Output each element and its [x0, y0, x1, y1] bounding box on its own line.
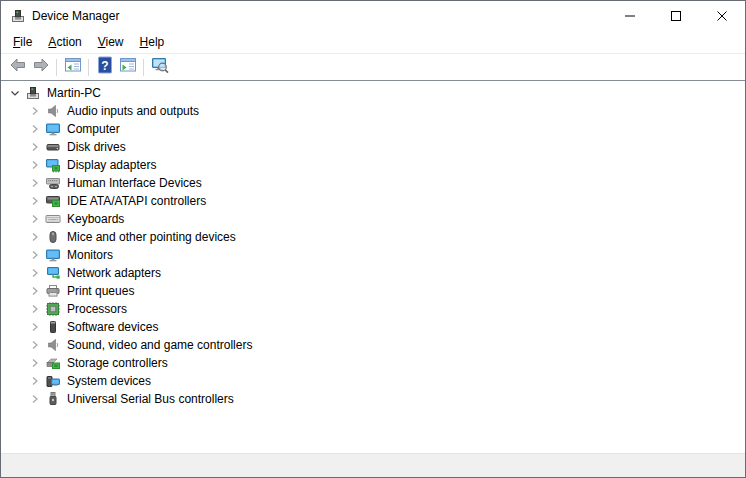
chevron-down-icon[interactable] — [7, 85, 23, 101]
chevron-right-icon[interactable] — [27, 103, 43, 119]
tree-item-label: Computer — [67, 122, 120, 136]
menu-item-action[interactable]: Action — [40, 32, 89, 52]
tree-item-disk-drives[interactable]: Disk drives — [1, 138, 745, 156]
network-adapter-icon — [45, 265, 61, 281]
audio-device-icon — [45, 103, 61, 119]
minimize-icon — [625, 7, 635, 25]
tree-item-universal-serial-bus-controllers[interactable]: Universal Serial Bus controllers — [1, 390, 745, 408]
scan-hardware-changes-button[interactable] — [148, 56, 171, 78]
menu-item-view[interactable]: View — [90, 32, 132, 52]
disk-drive-icon — [45, 139, 61, 155]
chevron-right-icon[interactable] — [27, 229, 43, 245]
tree-item-print-queues[interactable]: Print queues — [1, 282, 745, 300]
chevron-right-icon[interactable] — [27, 175, 43, 191]
back-arrow-icon — [8, 55, 28, 79]
tree-item-label: Audio inputs and outputs — [67, 104, 199, 118]
tree-item-system-devices[interactable]: System devices — [1, 372, 745, 390]
monitor-icon — [45, 121, 61, 137]
show-console-tree-icon — [63, 55, 83, 79]
tree-item-audio-inputs-and-outputs[interactable]: Audio inputs and outputs — [1, 102, 745, 120]
tree-item-label: Martin-PC — [47, 86, 101, 100]
tree-item-keyboards[interactable]: Keyboards — [1, 210, 745, 228]
tree-item-label: Network adapters — [67, 266, 161, 280]
ide-controller-icon — [45, 193, 61, 209]
tree-item-processors[interactable]: Processors — [1, 300, 745, 318]
scan-hardware-changes-icon — [150, 55, 170, 79]
chevron-right-icon[interactable] — [27, 355, 43, 371]
chevron-right-icon[interactable] — [27, 139, 43, 155]
tree-item-label: Storage controllers — [67, 356, 168, 370]
close-icon — [717, 7, 727, 25]
minimize-button[interactable] — [607, 1, 653, 31]
hid-icon — [45, 175, 61, 191]
tree-item-label: Universal Serial Bus controllers — [67, 392, 234, 406]
chevron-right-icon[interactable] — [27, 211, 43, 227]
chevron-right-icon[interactable] — [27, 391, 43, 407]
chevron-right-icon[interactable] — [27, 247, 43, 263]
chevron-right-icon[interactable] — [27, 121, 43, 137]
tree-item-mice-and-other-pointing-devices[interactable]: Mice and other pointing devices — [1, 228, 745, 246]
toolbar-separator — [56, 59, 57, 76]
maximize-icon — [671, 7, 681, 25]
chevron-right-icon[interactable] — [27, 301, 43, 317]
maximize-button[interactable] — [653, 1, 699, 31]
tree-item-human-interface-devices[interactable]: Human Interface Devices — [1, 174, 745, 192]
show-action-pane-icon — [118, 55, 138, 79]
chevron-right-icon[interactable] — [27, 283, 43, 299]
forward-arrow-button — [29, 56, 52, 78]
tree-item-label: IDE ATA/ATAPI controllers — [67, 194, 206, 208]
tree-item-computer[interactable]: Computer — [1, 120, 745, 138]
close-button[interactable] — [699, 1, 745, 31]
tree-item-label: Display adapters — [67, 158, 156, 172]
menu-item-help[interactable]: Help — [132, 32, 173, 52]
device-manager-window: Device Manager FileActionViewHelp ? Mart… — [0, 0, 746, 478]
keyboard-icon — [45, 211, 61, 227]
system-device-icon — [45, 373, 61, 389]
tree-item-sound-video-and-game-controllers[interactable]: Sound, video and game controllers — [1, 336, 745, 354]
window-controls — [607, 1, 745, 31]
chevron-right-icon[interactable] — [27, 319, 43, 335]
mouse-icon — [45, 229, 61, 245]
show-console-tree-button[interactable] — [61, 56, 84, 78]
display-adapter-icon — [45, 157, 61, 173]
svg-text:?: ? — [101, 59, 108, 73]
tree-item-martin-pc[interactable]: Martin-PC — [1, 84, 745, 102]
tree-item-label: Print queues — [67, 284, 134, 298]
tree-item-storage-controllers[interactable]: Storage controllers — [1, 354, 745, 372]
processor-icon — [45, 301, 61, 317]
chevron-right-icon[interactable] — [27, 157, 43, 173]
toolbar: ? — [1, 54, 745, 80]
storage-controller-icon — [45, 355, 61, 371]
print-queue-icon — [45, 283, 61, 299]
menu-item-file[interactable]: File — [5, 32, 40, 52]
chevron-right-icon[interactable] — [27, 337, 43, 353]
tree-item-label: Processors — [67, 302, 127, 316]
chevron-right-icon[interactable] — [27, 373, 43, 389]
toolbar-separator — [143, 59, 144, 76]
status-bar — [1, 454, 745, 477]
computer-pc-icon — [25, 85, 41, 101]
tree-item-label: Disk drives — [67, 140, 126, 154]
toolbar-separator — [88, 59, 89, 76]
tree-item-display-adapters[interactable]: Display adapters — [1, 156, 745, 174]
tree-item-label: System devices — [67, 374, 151, 388]
chevron-right-icon[interactable] — [27, 193, 43, 209]
tree-item-label: Monitors — [67, 248, 113, 262]
chevron-right-icon[interactable] — [27, 265, 43, 281]
usb-controller-icon — [45, 391, 61, 407]
tree-item-network-adapters[interactable]: Network adapters — [1, 264, 745, 282]
tree-item-ide-ata-atapi-controllers[interactable]: IDE ATA/ATAPI controllers — [1, 192, 745, 210]
software-device-icon — [45, 319, 61, 335]
device-tree: Martin-PC Audio inputs and outputs Compu… — [1, 80, 745, 454]
tree-item-monitors[interactable]: Monitors — [1, 246, 745, 264]
help-icon: ? — [95, 55, 115, 79]
menu-bar: FileActionViewHelp — [1, 31, 745, 54]
tree-item-label: Human Interface Devices — [67, 176, 202, 190]
help-button[interactable]: ? — [93, 56, 116, 78]
show-action-pane-button[interactable] — [116, 56, 139, 78]
tree-item-label: Mice and other pointing devices — [67, 230, 236, 244]
tree-item-software-devices[interactable]: Software devices — [1, 318, 745, 336]
back-arrow-button — [6, 56, 29, 78]
device-manager-icon — [10, 8, 26, 24]
tree-item-label: Sound, video and game controllers — [67, 338, 252, 352]
